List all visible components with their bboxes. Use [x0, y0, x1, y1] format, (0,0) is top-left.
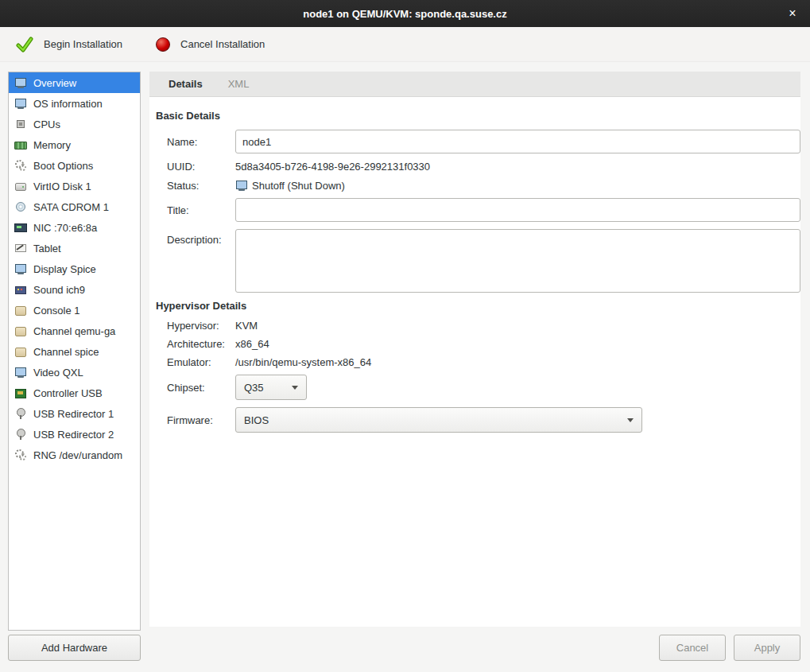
emulator-row: Emulator: /usr/bin/qemu-system-x86_64 — [167, 356, 800, 368]
description-label: Description: — [167, 229, 235, 246]
chevron-down-icon — [292, 386, 298, 390]
sidebar-item-virtio-disk-1[interactable]: VirtIO Disk 1 — [9, 176, 140, 196]
sidebar-item-controller-usb[interactable]: Controller USB — [9, 383, 140, 403]
checkmark-icon — [16, 37, 33, 52]
tab-xml[interactable]: XML — [215, 72, 262, 96]
hypervisor-value: KVM — [235, 320, 258, 332]
main-area: Overview OS information CPUs Memory Boot… — [0, 62, 810, 672]
sidebar-item-display-spice[interactable]: Display Spice — [9, 258, 140, 279]
sidebar-item-memory[interactable]: Memory — [9, 134, 140, 155]
sidebar-item-label: OS information — [33, 98, 103, 110]
sound-icon — [14, 283, 27, 296]
hardware-list: Overview OS information CPUs Memory Boot… — [8, 72, 141, 631]
firmware-selected-value: BIOS — [244, 414, 269, 426]
name-input[interactable] — [235, 130, 800, 153]
action-bar: Cancel Apply — [149, 635, 800, 661]
usb-icon — [14, 428, 27, 441]
begin-installation-button[interactable]: Begin Installation — [8, 33, 130, 56]
title-row: Title: — [167, 198, 800, 222]
window-title: node1 on QEMU/KVM: sponde.qa.suse.cz — [303, 8, 506, 20]
firmware-select[interactable]: BIOS — [235, 407, 642, 433]
sidebar-item-label: Channel qemu-ga — [33, 325, 115, 337]
sidebar-item-boot-options[interactable]: Boot Options — [9, 155, 140, 176]
sidebar-item-video-qxl[interactable]: Video QXL — [9, 362, 140, 383]
description-textarea[interactable] — [235, 229, 800, 293]
add-hardware-button[interactable]: Add Hardware — [8, 635, 141, 661]
sidebar-item-label: RNG /dev/urandom — [33, 449, 122, 461]
sidebar-item-overview[interactable]: Overview — [9, 72, 140, 93]
rng-icon — [14, 449, 27, 461]
uuid-row: UUID: 5d8a3405-b726-4198-9e26-2992131f03… — [167, 161, 800, 173]
sidebar-item-sound-ich9[interactable]: Sound ich9 — [9, 279, 140, 300]
channel-icon — [14, 345, 27, 358]
hypervisor-row: Hypervisor: KVM — [167, 320, 800, 332]
stop-icon — [156, 37, 170, 52]
window-titlebar: node1 on QEMU/KVM: sponde.qa.suse.cz × — [0, 0, 810, 27]
channel-icon — [14, 324, 27, 337]
status-value-wrap: Shutoff (Shut Down) — [235, 179, 345, 192]
status-label: Status: — [167, 180, 235, 192]
cpu-icon — [14, 118, 27, 130]
sidebar-item-channel-qemu-ga[interactable]: Channel qemu-ga — [9, 320, 140, 341]
video-icon — [14, 366, 27, 379]
cancel-installation-button[interactable]: Cancel Installation — [148, 33, 273, 56]
firmware-row: Firmware: BIOS — [167, 407, 800, 433]
status-row: Status: Shutoff (Shut Down) — [167, 179, 800, 192]
sidebar-item-tablet[interactable]: Tablet — [9, 238, 140, 258]
chipset-label: Chipset: — [167, 382, 235, 394]
architecture-row: Architecture: x86_64 — [167, 338, 800, 350]
sidebar-item-usb-redirector-2[interactable]: USB Redirector 2 — [9, 424, 140, 445]
chipset-row: Chipset: Q35 — [167, 375, 800, 400]
chipset-select[interactable]: Q35 — [235, 375, 307, 400]
sidebar-item-console-1[interactable]: Console 1 — [9, 300, 140, 320]
title-input[interactable] — [235, 198, 800, 222]
sidebar-item-label: NIC :70:e6:8a — [33, 222, 97, 234]
sidebar-item-os-information[interactable]: OS information — [9, 93, 140, 114]
sidebar-item-label: Sound ich9 — [33, 284, 85, 296]
console-icon — [14, 304, 27, 317]
sidebar-item-label: Display Spice — [33, 263, 96, 275]
sidebar-item-label: Memory — [33, 139, 71, 151]
sidebar-item-nic[interactable]: NIC :70:e6:8a — [9, 217, 140, 238]
sidebar-item-sata-cdrom-1[interactable]: SATA CDROM 1 — [9, 196, 140, 217]
sidebar-item-cpus[interactable]: CPUs — [9, 114, 140, 134]
chevron-down-icon — [627, 418, 634, 422]
sidebar-item-usb-redirector-1[interactable]: USB Redirector 1 — [9, 403, 140, 424]
disk-icon — [14, 180, 27, 192]
sidebar-item-rng[interactable]: RNG /dev/urandom — [9, 445, 140, 465]
cancel-button[interactable]: Cancel — [659, 635, 726, 661]
uuid-label: UUID: — [167, 161, 235, 173]
firmware-label: Firmware: — [167, 414, 235, 426]
boot-options-icon — [14, 159, 27, 172]
apply-button[interactable]: Apply — [734, 635, 800, 661]
sidebar-item-label: CPUs — [33, 118, 60, 130]
left-column: Overview OS information CPUs Memory Boot… — [8, 72, 141, 661]
usb-icon — [14, 407, 27, 420]
status-value: Shutoff (Shut Down) — [252, 180, 345, 192]
cancel-installation-label: Cancel Installation — [180, 38, 265, 50]
overview-icon — [14, 76, 27, 89]
begin-installation-label: Begin Installation — [44, 38, 122, 50]
close-window-button[interactable]: × — [783, 0, 802, 27]
sidebar-item-channel-spice[interactable]: Channel spice — [9, 341, 140, 362]
sidebar-item-label: Tablet — [33, 243, 61, 254]
emulator-label: Emulator: — [167, 356, 235, 368]
right-column: Details XML Basic Details Name: UUID: 5d… — [149, 72, 800, 661]
emulator-value: /usr/bin/qemu-system-x86_64 — [235, 356, 371, 368]
toolbar: Begin Installation Cancel Installation — [0, 27, 810, 62]
architecture-label: Architecture: — [167, 338, 235, 350]
sidebar-item-label: Channel spice — [33, 346, 99, 358]
name-label: Name: — [167, 136, 235, 148]
title-label: Title: — [167, 204, 235, 216]
description-row: Description: — [167, 229, 800, 293]
tablet-icon — [14, 242, 27, 254]
memory-icon — [14, 138, 27, 151]
tab-details[interactable]: Details — [156, 72, 215, 96]
shutoff-status-icon — [235, 179, 248, 192]
name-row: Name: — [167, 130, 800, 153]
sidebar-item-label: Overview — [33, 77, 76, 89]
os-information-icon — [14, 97, 27, 110]
architecture-value: x86_64 — [235, 338, 269, 350]
hypervisor-details-header: Hypervisor Details — [156, 300, 800, 312]
sidebar-item-label: USB Redirector 1 — [33, 408, 114, 420]
